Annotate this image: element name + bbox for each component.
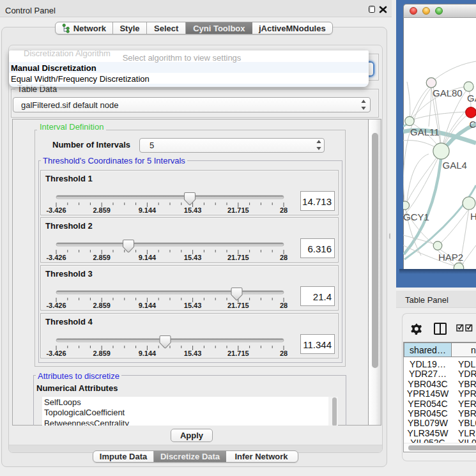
svg-text:15.43: 15.43 — [184, 302, 202, 309]
svg-text:28: 28 — [280, 206, 288, 214]
svg-text:21.715: 21.715 — [227, 302, 249, 309]
svg-text:15.43: 15.43 — [184, 349, 202, 357]
svg-text:GAL80: GAL80 — [433, 88, 463, 98]
svg-text:GAL4: GAL4 — [443, 160, 467, 171]
svg-text:C: C — [470, 119, 476, 130]
svg-text:2.859: 2.859 — [93, 206, 111, 214]
svg-text:9.144: 9.144 — [139, 302, 157, 309]
svg-text:9.144: 9.144 — [139, 206, 157, 214]
svg-text:28: 28 — [280, 254, 288, 261]
svg-text:28: 28 — [280, 349, 288, 357]
svg-text:GAL11: GAL11 — [410, 127, 440, 137]
svg-text:21.715: 21.715 — [227, 254, 249, 261]
svg-text:15.43: 15.43 — [184, 206, 202, 214]
svg-text:21.715: 21.715 — [227, 206, 249, 214]
svg-text:GCY1: GCY1 — [403, 211, 429, 222]
svg-text:2.859: 2.859 — [93, 254, 111, 261]
svg-text:9.144: 9.144 — [139, 254, 157, 261]
svg-text:9.144: 9.144 — [139, 349, 157, 357]
svg-text:15.43: 15.43 — [184, 254, 202, 261]
svg-text:2.859: 2.859 — [93, 349, 111, 357]
svg-text:2.859: 2.859 — [93, 302, 111, 309]
svg-text:-3.426: -3.426 — [46, 254, 66, 261]
svg-text:GA: GA — [467, 93, 476, 104]
svg-text:-3.426: -3.426 — [46, 206, 66, 214]
svg-text:-3.426: -3.426 — [46, 349, 66, 357]
svg-text:HAP2: HAP2 — [438, 252, 463, 263]
svg-text:28: 28 — [280, 302, 288, 309]
svg-text:-3.426: -3.426 — [46, 302, 66, 309]
svg-text:H: H — [470, 211, 476, 222]
svg-text:21.715: 21.715 — [227, 349, 249, 357]
